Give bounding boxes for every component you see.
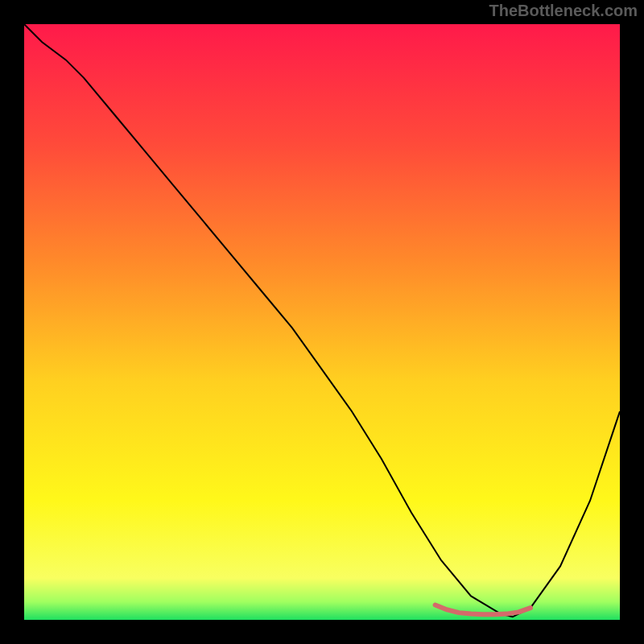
plot-area [24,24,620,620]
chart-svg [24,24,620,620]
attribution-text: TheBottleneck.com [489,2,638,20]
chart-container: TheBottleneck.com [0,0,644,644]
